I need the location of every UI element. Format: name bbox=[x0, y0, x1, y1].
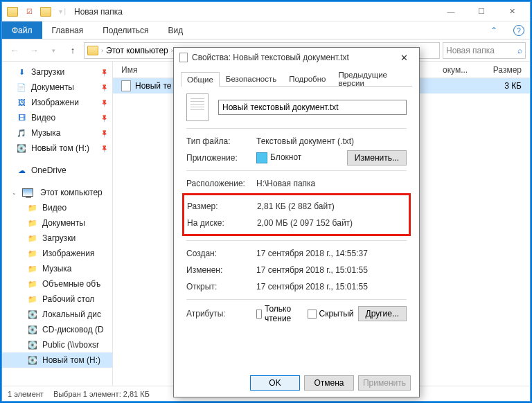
navigation-pane: ⬇Загрузки📄Документы🖼Изображени🎞Видео🎵Муз… bbox=[2, 62, 113, 386]
nav-quick-item[interactable]: 🎞Видео bbox=[2, 110, 112, 125]
readonly-checkbox[interactable]: Только чтение bbox=[256, 304, 295, 323]
change-app-button[interactable]: Изменить... bbox=[347, 150, 407, 165]
dialog-body: Общие Безопасность Подробно Предыдущие в… bbox=[174, 67, 419, 369]
search-box[interactable]: Новая папка ⌕ bbox=[443, 42, 526, 59]
hidden-checkbox[interactable]: Скрытый bbox=[308, 309, 354, 319]
ribbon-collapse-icon[interactable]: ⌃ bbox=[480, 21, 508, 39]
nav-label: Музыка bbox=[31, 128, 60, 138]
nav-thispc-item[interactable]: 📁Документы bbox=[2, 215, 112, 231]
nav-thispc-item[interactable]: 💽CD-дисковод (D bbox=[2, 322, 112, 337]
file-icon bbox=[179, 53, 188, 62]
ribbon-tab-home[interactable]: Главная bbox=[42, 21, 94, 39]
file-large-icon bbox=[186, 93, 209, 121]
nav-quick-item[interactable]: 🎵Музыка bbox=[2, 125, 112, 141]
folder-icon: 📁 bbox=[27, 278, 38, 289]
nav-thispc-item[interactable]: 📁Рабочий стол bbox=[2, 292, 112, 307]
nav-quick-item[interactable]: 🖼Изображени bbox=[2, 95, 112, 110]
notepad-icon bbox=[256, 152, 267, 163]
nav-label: OneDrive bbox=[31, 165, 66, 175]
status-selection: Выбран 1 элемент: 2,81 КБ bbox=[53, 390, 150, 398]
close-button[interactable]: ✕ bbox=[497, 2, 527, 21]
folder-icon: 💽 bbox=[27, 309, 38, 320]
nav-label: Музыка bbox=[42, 264, 71, 274]
dialog-close-button[interactable]: ✕ bbox=[394, 48, 414, 67]
nav-thispc-item[interactable]: 📁Видео bbox=[2, 200, 112, 215]
column-size[interactable]: Размер bbox=[480, 65, 530, 75]
nav-forward-button[interactable]: → bbox=[26, 42, 42, 59]
breadcrumb-root[interactable]: Этот компьютер bbox=[106, 46, 168, 55]
folder-icon: 📁 bbox=[27, 217, 38, 229]
folder-icon: 💽 bbox=[27, 339, 38, 350]
nav-label: Документы bbox=[42, 218, 85, 228]
ribbon-tab-file[interactable]: Файл bbox=[2, 21, 42, 39]
nav-quick-item[interactable]: 📄Документы bbox=[2, 80, 112, 95]
folder-icon: 📁 bbox=[27, 202, 38, 213]
readonly-label: Только чтение bbox=[265, 304, 295, 323]
nav-onedrive[interactable]: ☁OneDrive bbox=[2, 163, 112, 178]
ribbon-help-icon[interactable]: ? bbox=[513, 25, 524, 36]
tab-previous[interactable]: Предыдущие версии bbox=[332, 71, 412, 86]
cancel-button[interactable]: Отмена bbox=[304, 375, 354, 391]
tab-general[interactable]: Общие bbox=[181, 72, 220, 87]
ok-button[interactable]: OK bbox=[250, 375, 300, 391]
ribbon-tab-share[interactable]: Поделиться bbox=[93, 21, 158, 39]
maximize-button[interactable]: ☐ bbox=[466, 2, 497, 21]
quick-access-toolbar: ☑ ▾ | bbox=[5, 4, 70, 19]
folder-icon: 📁 bbox=[27, 233, 38, 244]
folder-icon: 📁 bbox=[27, 248, 38, 259]
nav-up-button[interactable]: ↑ bbox=[64, 42, 81, 59]
nav-label: Рабочий стол bbox=[42, 294, 94, 304]
tab-security[interactable]: Безопасность bbox=[220, 71, 283, 86]
nav-label: Локальный дис bbox=[42, 310, 101, 319]
download-icon: ⬇ bbox=[16, 66, 27, 78]
nav-thispc-item[interactable]: 💽Новый том (H:) bbox=[2, 352, 112, 368]
value-accessed: 17 сентября 2018 г., 15:01:55 bbox=[256, 282, 407, 292]
nav-thispc-item[interactable]: 📁Загрузки bbox=[2, 231, 112, 246]
qat-separator: ▾ | bbox=[55, 4, 70, 19]
nav-thispc-item[interactable]: 📁Объемные объ bbox=[2, 276, 112, 292]
cloud-icon: ☁ bbox=[16, 165, 27, 176]
label-app: Приложение: bbox=[186, 153, 252, 163]
nav-thispc-item[interactable]: 💽Локальный дис bbox=[2, 307, 112, 322]
file-size: 3 КБ bbox=[480, 81, 530, 91]
nav-thispc-item[interactable]: 📁Изображения bbox=[2, 246, 112, 261]
nav-quick-item[interactable]: 💽Новый том (H:) bbox=[2, 141, 112, 156]
value-size: 2,81 КБ (2 882 байт) bbox=[257, 202, 406, 211]
nav-label: Видео bbox=[31, 113, 55, 123]
nav-quick-item[interactable]: ⬇Загрузки bbox=[2, 64, 112, 80]
label-modified: Изменен: bbox=[186, 265, 252, 275]
ribbon-tab-view[interactable]: Вид bbox=[158, 21, 193, 39]
file-icon bbox=[121, 80, 131, 91]
qat-checkbox-icon[interactable]: ☑ bbox=[21, 4, 37, 19]
nav-label: Видео bbox=[42, 203, 66, 213]
apply-button[interactable]: Применить bbox=[358, 375, 411, 391]
window-controls: — ☐ ✕ bbox=[436, 2, 527, 21]
status-count: 1 элемент bbox=[8, 390, 44, 398]
minimize-button[interactable]: — bbox=[436, 2, 466, 21]
nav-label: CD-дисковод (D bbox=[42, 325, 104, 334]
label-ondisk: На диске: bbox=[187, 218, 253, 228]
titlebar: ☑ ▾ | Новая папка — ☐ ✕ bbox=[2, 2, 530, 21]
music-icon: 🎵 bbox=[16, 127, 27, 138]
column-ext[interactable]: окум... bbox=[438, 65, 480, 75]
label-created: Создан: bbox=[186, 249, 252, 258]
folder-icon: 📁 bbox=[27, 263, 38, 274]
tab-details[interactable]: Подробно bbox=[283, 71, 332, 86]
other-attributes-button[interactable]: Другие... bbox=[358, 306, 407, 321]
nav-thispc-item[interactable]: 📁Музыка bbox=[2, 261, 112, 276]
dialog-tabs: Общие Безопасность Подробно Предыдущие в… bbox=[181, 71, 412, 87]
nav-thispc-item[interactable]: 💽Public (\\vboxsr bbox=[2, 337, 112, 352]
label-location: Расположение: bbox=[186, 179, 252, 188]
dialog-titlebar: Свойства: Новый текстовый документ.txt ✕ bbox=[174, 48, 419, 67]
nav-label: Public (\\vboxsr bbox=[42, 340, 99, 350]
doc-icon: 📄 bbox=[16, 82, 27, 93]
value-type: Текстовый документ (.txt) bbox=[256, 136, 407, 146]
filename-input[interactable] bbox=[218, 100, 407, 115]
nav-thispc[interactable]: ⌄Этот компьютер bbox=[2, 185, 112, 200]
value-created: 17 сентября 2018 г., 14:55:37 bbox=[256, 249, 407, 258]
search-icon: ⌕ bbox=[517, 46, 522, 55]
chevron-down-icon: ⌄ bbox=[12, 190, 17, 196]
nav-back-button[interactable]: ← bbox=[6, 42, 23, 59]
qat-dropdown-icon[interactable] bbox=[38, 4, 53, 19]
nav-recent-dropdown[interactable]: ▾ bbox=[45, 42, 62, 59]
